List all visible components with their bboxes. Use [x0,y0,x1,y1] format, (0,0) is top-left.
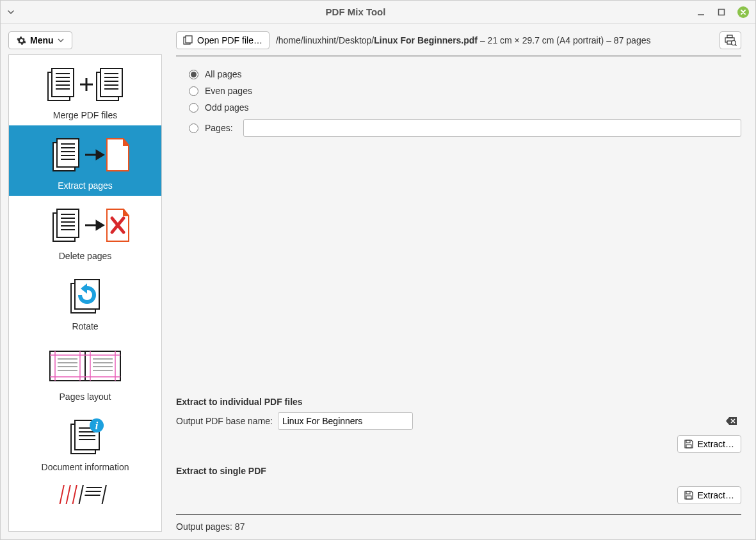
tool-delete[interactable]: Delete pages [9,196,161,266]
extract-individual-button[interactable]: Extract… [677,435,741,453]
extract-single-heading: Extract to single PDF [176,466,741,476]
svg-rect-72 [186,36,192,43]
output-basename-label: Output PDF base name: [176,416,273,426]
tool-rotate-label: Rotate [72,321,98,331]
body: Menu [1,24,755,539]
radio-all-label: All pages [205,69,242,79]
radio-odd-row[interactable]: Odd pages [189,102,741,113]
tool-layout-label: Pages layout [60,392,111,402]
extract-individual-label: Extract… [697,439,734,449]
svg-marker-26 [97,151,103,159]
tool-merge[interactable]: Merge PDF files [9,55,161,125]
menu-label: Menu [30,35,54,45]
tool-rotate[interactable]: Rotate [9,266,161,337]
delete-icon [40,203,130,247]
tool-list[interactable]: Merge PDF files [8,54,162,532]
svg-rect-1 [719,9,725,15]
svg-rect-28 [57,209,79,237]
radio-even[interactable] [189,86,198,96]
path-suffix: – 21 cm × 29.7 cm (A4 portrait) – 87 pag… [478,35,650,45]
open-file-icon [183,35,193,45]
radio-all[interactable] [189,70,198,79]
spacer [176,137,741,384]
svg-rect-19 [57,139,79,167]
titlebar: PDF Mix Tool [1,1,755,24]
gear-icon [17,36,26,45]
svg-rect-12 [101,68,122,97]
printer-search-icon [724,35,737,46]
app-window: PDF Mix Tool Menu [0,0,756,540]
radio-odd[interactable] [189,103,198,113]
topbar: Open PDF file… /home/linuxhint/Desktop/L… [176,31,741,56]
booklet-icon [50,485,120,504]
rotate-icon [60,274,111,317]
save-icon [684,440,693,449]
chevron-down-icon [58,37,64,44]
pages-input[interactable] [243,119,741,137]
save-icon [684,491,693,500]
extract-single-button[interactable]: Extract… [677,486,741,504]
window-title: PDF Mix Tool [15,6,696,17]
main-panel: Open PDF file… /home/linuxhint/Desktop/L… [170,31,748,532]
tool-docinfo[interactable]: i Document information [9,407,161,477]
radio-pages[interactable] [189,123,198,133]
tool-extract-label: Extract pages [58,180,113,191]
radio-odd-label: Odd pages [205,102,249,113]
radio-even-row[interactable]: Even pages [189,86,741,96]
maximize-icon[interactable] [717,8,726,17]
svg-rect-81 [686,496,691,499]
tool-delete-label: Delete pages [59,251,112,261]
output-pages-label: Output pages: 87 [176,521,245,532]
print-preview-button[interactable] [720,31,741,49]
svg-rect-79 [686,445,691,448]
tool-extract[interactable]: Extract pages [9,125,161,196]
radio-all-row[interactable]: All pages [189,69,741,79]
clear-input-icon[interactable] [726,417,737,425]
svg-line-77 [736,45,737,46]
output-basename-row: Output PDF base name: [176,412,741,430]
path-prefix: /home/linuxhint/Desktop/ [276,35,374,45]
svg-point-76 [732,41,736,45]
layout-icon [44,344,127,388]
open-pdf-button[interactable]: Open PDF file… [176,31,269,49]
docinfo-icon: i [60,415,111,458]
page-selection: All pages Even pages Odd pages Pages: [176,69,741,137]
left-column: Menu [8,31,162,532]
extract-icon [40,133,130,177]
tool-partial[interactable] [9,477,161,508]
radio-pages-row[interactable]: Pages: [189,119,741,137]
open-pdf-label: Open PDF file… [197,35,262,45]
svg-text:i: i [95,420,99,431]
merge-icon [40,63,130,106]
footer: Output pages: 87 [176,514,741,532]
tool-docinfo-label: Document information [42,462,129,472]
output-basename-input[interactable] [278,412,413,430]
tool-layout[interactable]: Pages layout [9,337,161,407]
close-icon[interactable] [737,6,749,18]
file-path: /home/linuxhint/Desktop/Linux For Beginn… [276,35,713,45]
svg-marker-35 [97,221,103,229]
minimize-icon[interactable] [696,8,705,17]
path-filename: Linux For Beginners.pdf [374,35,478,45]
radio-even-label: Even pages [205,86,252,96]
svg-rect-3 [52,68,74,97]
tool-merge-label: Merge PDF files [53,110,117,120]
extract-single-label: Extract… [697,490,734,500]
extract-individual-heading: Extract to individual PDF files [176,397,741,407]
titlebar-arrow-icon[interactable] [7,8,15,16]
svg-rect-74 [727,35,732,38]
radio-pages-label: Pages: [205,123,237,133]
menu-button[interactable]: Menu [8,31,72,49]
